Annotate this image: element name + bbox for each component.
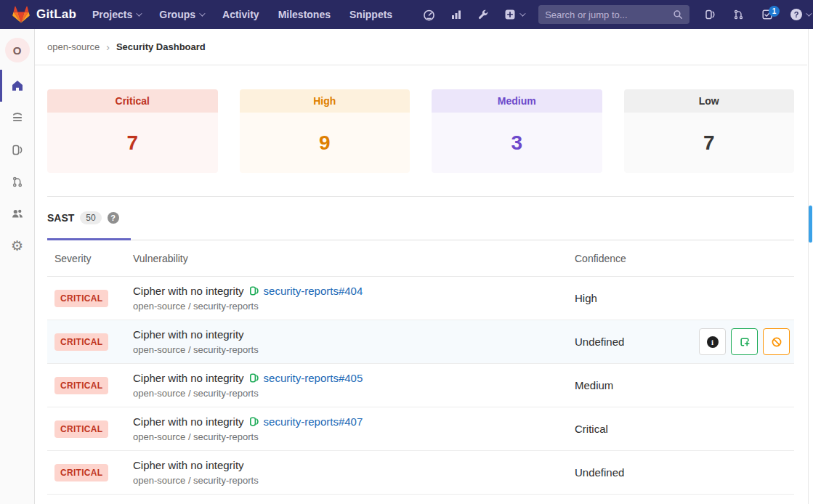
search-box[interactable]	[538, 5, 689, 24]
sidebar-item-epics[interactable]	[0, 102, 34, 134]
group-avatar[interactable]: O	[5, 38, 30, 62]
breadcrumb-group-link[interactable]: open-source	[47, 41, 100, 52]
card-medium: Medium 3	[432, 89, 602, 173]
navbar-links: Projects Groups Activity Milestones Snip…	[92, 9, 392, 20]
vulnerability-title: Cipher with no integrity	[133, 459, 244, 471]
card-count: 7	[126, 131, 138, 155]
table-header: Severity Vulnerability Confidence	[47, 240, 794, 277]
dismiss-button[interactable]	[763, 328, 790, 355]
col-vulnerability: Vulnerability	[126, 253, 567, 264]
card-high: High 9	[240, 89, 410, 173]
vulnerability-title: Cipher with no integrity	[133, 372, 244, 384]
card-label: Medium	[498, 95, 536, 107]
severity-badge: CRITICAL	[54, 290, 108, 307]
vulnerability-row[interactable]: CRITICAL Cipher with no integrity open-s…	[47, 320, 794, 364]
more-info-button[interactable]: i	[699, 328, 726, 355]
gitlab-logo[interactable]: GitLab	[12, 6, 76, 24]
sidebar-item-merge-requests[interactable]	[0, 166, 34, 198]
vulnerability-title: Cipher with no integrity	[133, 328, 244, 341]
tab-sast[interactable]: SAST 50 ?	[47, 197, 131, 240]
help-menu[interactable]: ?	[790, 9, 810, 20]
nav-milestones[interactable]: Milestones	[278, 9, 331, 20]
todo-count-badge: 1	[769, 6, 780, 17]
merge-request-icon[interactable]	[733, 9, 744, 20]
severity-badge: CRITICAL	[54, 333, 108, 351]
dashboard-gauge-icon[interactable]	[423, 9, 435, 21]
project-namespace: open-source / security-reports	[133, 388, 567, 399]
col-severity: Severity	[47, 253, 126, 264]
project-namespace: open-source / security-reports	[133, 301, 567, 312]
breadcrumb-separator: ›	[106, 41, 110, 53]
card-label: Low	[699, 95, 719, 107]
chevron-down-icon	[199, 10, 205, 16]
merge-request-icon	[12, 176, 23, 188]
charts-icon[interactable]	[450, 9, 462, 20]
issue-link[interactable]: security-reports#407	[264, 415, 363, 428]
tanuki-icon	[12, 6, 31, 24]
confidence-value: Undefined	[575, 336, 624, 348]
project-namespace: open-source / security-reports	[133, 344, 567, 355]
row-actions: i	[699, 328, 790, 355]
vulnerability-title: Cipher with no integrity	[133, 415, 244, 428]
project-namespace: open-source / security-reports	[133, 475, 567, 486]
nav-projects[interactable]: Projects	[92, 9, 140, 20]
search-input[interactable]	[545, 9, 673, 20]
project-namespace: open-source / security-reports	[133, 431, 567, 442]
create-issue-button[interactable]	[731, 328, 758, 355]
issue-link[interactable]: security-reports#404	[264, 285, 363, 297]
epics-icon	[11, 111, 24, 124]
help-icon: ?	[790, 9, 802, 20]
sidebar-item-issues[interactable]	[0, 134, 34, 166]
chevron-down-icon	[519, 10, 525, 16]
new-menu-icon[interactable]	[504, 9, 524, 20]
dismiss-icon	[771, 336, 782, 348]
issue-icon	[248, 285, 259, 296]
sidebar-item-overview[interactable]	[0, 70, 34, 102]
chevron-down-icon	[136, 10, 142, 16]
sidebar-item-members[interactable]	[0, 198, 34, 229]
tab-help-icon[interactable]: ?	[108, 212, 119, 224]
sidebar-item-settings[interactable]: ⚙	[0, 229, 34, 261]
vulnerability-row[interactable]: CRITICAL Cipher with no integrity securi…	[47, 364, 794, 407]
issues-icon[interactable]	[704, 9, 716, 20]
confidence-value: Undefined	[575, 466, 624, 479]
card-count: 3	[511, 131, 522, 155]
severity-badge: CRITICAL	[54, 420, 108, 438]
navbar-left-icons	[423, 9, 524, 21]
col-confidence: Confidence	[567, 253, 794, 264]
card-label: Critical	[116, 95, 150, 107]
card-count: 9	[319, 131, 331, 155]
chevron-down-icon	[806, 10, 812, 16]
nav-snippets[interactable]: Snippets	[349, 9, 392, 20]
sast-count-badge: 50	[80, 211, 101, 224]
home-icon	[11, 79, 24, 92]
scrollbar-thumb[interactable]	[809, 206, 812, 243]
create-issue-icon	[739, 336, 751, 348]
brand-name: GitLab	[36, 7, 76, 22]
page-title: Security Dashboard	[116, 41, 206, 52]
card-count: 7	[703, 131, 715, 155]
vulnerability-row[interactable]: CRITICAL Cipher with no integrity open-s…	[47, 451, 794, 495]
gear-icon: ⚙	[11, 239, 23, 253]
admin-wrench-icon[interactable]	[477, 9, 489, 20]
severity-summary: Critical 7 High 9 Medium 3 Low 7	[47, 89, 794, 173]
info-icon: i	[707, 336, 719, 348]
nav-activity[interactable]: Activity	[222, 9, 259, 20]
members-icon	[11, 207, 24, 220]
card-low: Low 7	[624, 89, 795, 173]
vulnerability-row[interactable]: CRITICAL Cipher with no integrity securi…	[47, 407, 794, 451]
todos-icon[interactable]: 1	[761, 9, 773, 20]
severity-badge: CRITICAL	[54, 464, 108, 481]
scrollbar-track	[808, 29, 813, 504]
security-dashboard-content: Critical 7 High 9 Medium 3 Low 7 SAST 50…	[35, 65, 807, 495]
nav-groups[interactable]: Groups	[159, 9, 203, 20]
issue-icon	[248, 373, 259, 383]
severity-badge: CRITICAL	[54, 377, 108, 394]
top-navbar: GitLab Projects Groups Activity Mileston…	[0, 0, 813, 29]
vulnerability-row[interactable]: CRITICAL Cipher with no integrity securi…	[47, 277, 794, 320]
confidence-value: Medium	[575, 379, 613, 391]
confidence-value: Critical	[575, 423, 608, 435]
vulnerability-title: Cipher with no integrity	[133, 285, 244, 297]
issue-icon	[248, 416, 259, 427]
issue-link[interactable]: security-reports#405	[264, 372, 363, 384]
